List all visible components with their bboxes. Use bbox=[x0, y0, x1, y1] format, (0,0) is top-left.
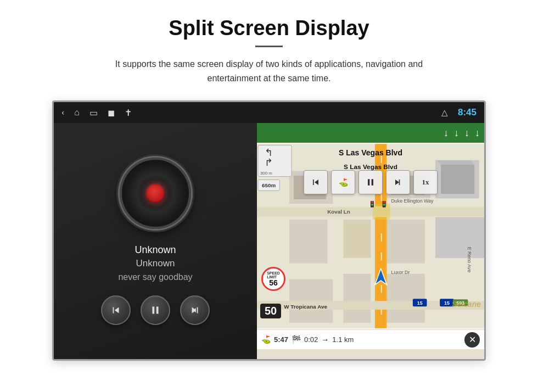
map-speed-button[interactable]: 1x bbox=[413, 170, 438, 194]
speed-limit-sign: SPEEDLIMIT 56 bbox=[261, 267, 285, 291]
map-next-icon bbox=[393, 177, 404, 188]
map-playback-controls: ⛳ 1x bbox=[257, 170, 484, 194]
nav-duration: 0:02 bbox=[304, 335, 318, 344]
album-art-inner bbox=[144, 182, 166, 204]
svg-rect-24 bbox=[381, 285, 382, 293]
recent-icon[interactable]: ▭ bbox=[89, 108, 98, 118]
svg-text:W Tropicana Ave: W Tropicana Ave bbox=[284, 304, 327, 310]
album-art bbox=[120, 158, 191, 229]
nav-arrow-1: ↓ bbox=[444, 127, 449, 139]
status-bar: ‹ ⌂ ▭ ◼ ✝ △ 8:45 bbox=[54, 102, 484, 123]
split-panels: Unknown Unknown never say goodbay bbox=[54, 123, 484, 359]
status-time: 8:45 bbox=[458, 107, 477, 118]
svg-text:↱: ↱ bbox=[265, 157, 273, 168]
prev-icon bbox=[110, 304, 122, 316]
map-prev-button[interactable] bbox=[304, 170, 328, 194]
play-pause-button[interactable] bbox=[141, 295, 170, 325]
nav-top-bar: ↓ ↓ ↓ ↓ bbox=[257, 123, 484, 143]
nav-dist-flag: → bbox=[321, 335, 329, 344]
image-icon[interactable]: ◼ bbox=[108, 108, 115, 118]
map-area: Koval Ln Duke Ellington Way Stable Rd Lu… bbox=[257, 143, 484, 329]
svg-text:15: 15 bbox=[444, 300, 450, 306]
svg-rect-10 bbox=[344, 274, 371, 323]
music-controls bbox=[101, 295, 210, 325]
pause-icon bbox=[149, 304, 161, 316]
svg-text:15: 15 bbox=[417, 300, 423, 306]
music-panel: Unknown Unknown never say goodbay bbox=[54, 123, 257, 359]
map-next-button[interactable] bbox=[386, 170, 410, 194]
map-pause-icon bbox=[365, 177, 376, 188]
speed-label: SPEEDLIMIT bbox=[267, 271, 280, 279]
speed-number: 56 bbox=[269, 279, 278, 287]
page-title: Split Screen Display bbox=[169, 16, 369, 40]
svg-point-31 bbox=[371, 204, 373, 206]
music-info: Unknown Unknown never say goodbay bbox=[118, 244, 192, 282]
next-icon bbox=[189, 304, 201, 316]
nav-arrow-2: ↓ bbox=[454, 127, 459, 139]
svg-rect-23 bbox=[381, 253, 382, 261]
svg-point-33 bbox=[383, 201, 385, 203]
next-button[interactable] bbox=[180, 295, 210, 325]
svg-rect-22 bbox=[381, 233, 382, 242]
nav-close-button[interactable]: ✕ bbox=[464, 332, 480, 348]
track-artist: Unknown bbox=[118, 258, 192, 269]
map-flag-button[interactable]: ⛳ bbox=[331, 170, 355, 194]
home-icon[interactable]: ⌂ bbox=[74, 108, 80, 117]
back-icon[interactable]: ‹ bbox=[61, 108, 64, 117]
watermark: Seicane bbox=[452, 300, 481, 309]
svg-text:Luxor Dr: Luxor Dr bbox=[391, 270, 410, 275]
map-speed-label: 1x bbox=[422, 178, 429, 187]
map-prev-icon bbox=[310, 177, 321, 188]
nav-arrow-3: ↓ bbox=[464, 127, 469, 139]
nav-arrow-4: ↓ bbox=[475, 127, 480, 139]
svg-point-34 bbox=[383, 204, 385, 206]
page-description: It supports the same screen display of t… bbox=[99, 57, 439, 85]
svg-text:Duke Ellington Way: Duke Ellington Way bbox=[391, 198, 434, 204]
svg-rect-5 bbox=[289, 220, 327, 264]
road-number-badge: 50 bbox=[260, 304, 281, 318]
nav-bottom-bar: ⛳ 5:47 🏁 0:02 → 1.1 km ✕ bbox=[257, 329, 484, 349]
svg-marker-15 bbox=[437, 160, 474, 165]
title-divider bbox=[255, 46, 283, 47]
nav-start-flag: ⛳ bbox=[261, 335, 271, 344]
device-frame: ‹ ⌂ ▭ ◼ ✝ △ 8:45 Unknown Unknown never s… bbox=[52, 100, 486, 361]
svg-rect-28 bbox=[373, 204, 390, 220]
nav-end-flag: 🏁 bbox=[292, 335, 301, 344]
svg-rect-6 bbox=[344, 220, 371, 258]
eject-icon[interactable]: △ bbox=[441, 108, 448, 117]
map-flag-icon: ⛳ bbox=[339, 178, 348, 187]
svg-rect-7 bbox=[387, 220, 425, 264]
nav-close-icon: ✕ bbox=[469, 334, 476, 345]
road-name-label: S Las Vegas Blvd bbox=[257, 148, 484, 157]
track-album: never say goodbay bbox=[118, 272, 192, 282]
usb-icon[interactable]: ✝ bbox=[125, 108, 132, 118]
prev-button[interactable] bbox=[101, 295, 131, 325]
track-title: Unknown bbox=[118, 244, 192, 256]
nav-panel: ↓ ↓ ↓ ↓ bbox=[257, 123, 484, 359]
svg-point-30 bbox=[371, 201, 373, 203]
svg-rect-11 bbox=[387, 274, 425, 323]
nav-distance: 1.1 km bbox=[332, 335, 354, 344]
nav-bottom-time: 5:47 bbox=[274, 335, 288, 344]
svg-rect-27 bbox=[257, 208, 484, 216]
map-pause-button[interactable] bbox=[358, 170, 383, 194]
svg-text:E Reno Ave: E Reno Ave bbox=[467, 247, 472, 273]
svg-text:S Las Vegas Blvd: S Las Vegas Blvd bbox=[344, 163, 397, 171]
svg-text:Koval Ln: Koval Ln bbox=[327, 209, 350, 215]
